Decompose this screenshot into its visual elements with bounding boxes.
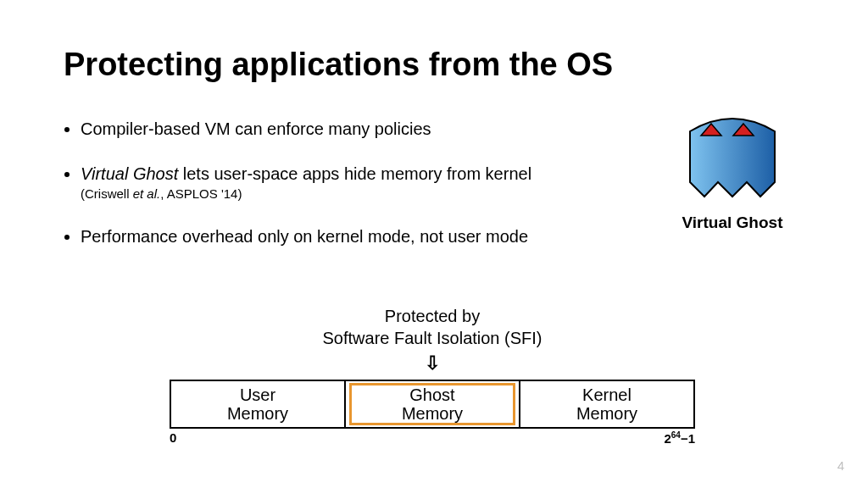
ghost-label: Virtual Ghost [665,214,800,232]
axis-start: 0 [170,430,176,445]
bullet-2-citation: (Criswell et al., ASPLOS '14) [81,186,606,202]
memory-row: User Memory Ghost Memory Kernel Memory [170,380,695,429]
memory-diagram: Protected by Software Fault Isolation (S… [170,305,695,446]
user-memory-cell: User Memory [171,381,346,427]
ghost-memory-cell: Ghost Memory [346,381,520,427]
arrow-down-icon: ⇩ [170,352,695,374]
sfi-caption: Protected by Software Fault Isolation (S… [170,305,695,349]
bullet-2: Virtual Ghost lets user-space apps hide … [81,164,606,202]
slide-title: Protecting applications from the OS [64,47,613,83]
bullet-list: Compiler-based VM can enforce many polic… [64,119,606,271]
memory-axis: 0 264−1 [170,429,695,446]
virtual-ghost-figure: Virtual Ghost [665,110,800,232]
page-number: 4 [837,458,844,473]
bullet-3: Performance overhead only on kernel mode… [81,226,606,247]
bullet-2-text: lets user-space apps hide memory from ke… [178,164,531,183]
bullet-1: Compiler-based VM can enforce many polic… [81,119,606,140]
ghost-icon [677,110,787,203]
axis-end: 264−1 [664,430,695,446]
bullet-2-emph: Virtual Ghost [81,164,178,183]
kernel-memory-cell: Kernel Memory [520,381,693,427]
